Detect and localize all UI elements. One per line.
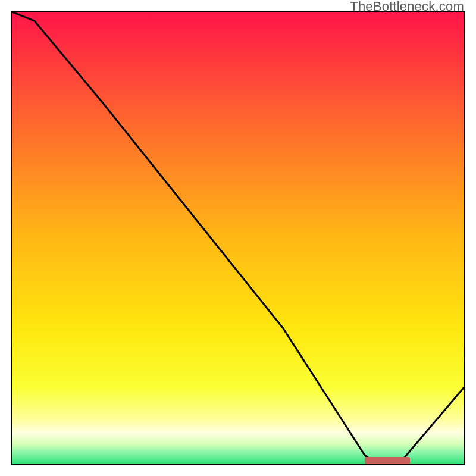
line-curve — [12, 12, 464, 464]
valley-marker-bar — [365, 457, 410, 464]
plot-area — [11, 11, 465, 465]
chart-container: TheBottleneck.com — [0, 0, 476, 476]
